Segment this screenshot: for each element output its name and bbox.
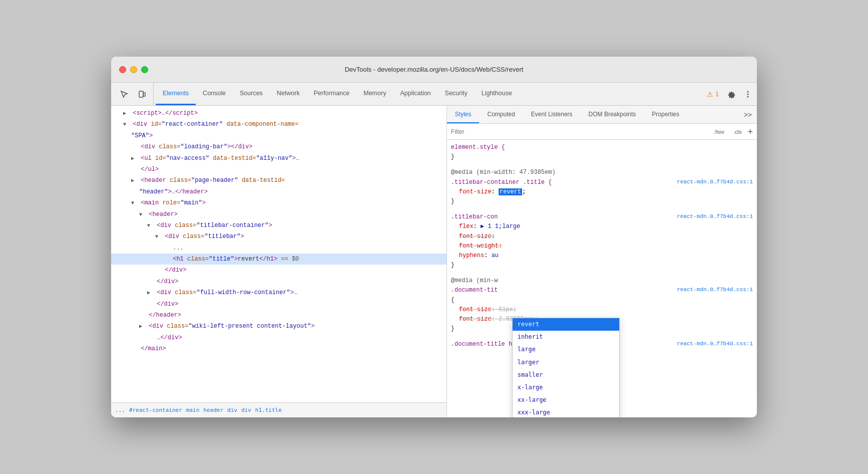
styles-tab-dom-breakpoints[interactable]: DOM Breakpoints — [581, 106, 644, 123]
svg-rect-0 — [139, 91, 143, 97]
tab-lighthouse[interactable]: Lighthouse — [475, 83, 519, 105]
breadcrumb-item[interactable]: header — [203, 407, 223, 413]
style-prop-row: font-size: — [451, 232, 753, 242]
tab-application[interactable]: Application — [393, 83, 438, 105]
autocomplete-item-x-large[interactable]: x-large — [513, 381, 619, 394]
autocomplete-dropdown: revert inherit large larger smaller x-la… — [512, 318, 620, 417]
triangle-icon: ▼ — [123, 120, 129, 129]
dom-line[interactable]: ▶ </ul> — [111, 164, 447, 175]
dom-panel: ▶ <script>…</script> ▼ <div id="react-co… — [111, 106, 447, 417]
breadcrumb-bar: ... #react-container main header div div… — [111, 402, 447, 417]
hov-button[interactable]: :hov — [711, 127, 727, 136]
autocomplete-item-smaller[interactable]: smaller — [513, 369, 619, 381]
tab-network[interactable]: Network — [270, 83, 307, 105]
window-title: DevTools - developer.mozilla.org/en-US/d… — [345, 66, 524, 73]
dom-line[interactable]: ▶ <div class="wiki-left-present content-… — [111, 321, 447, 332]
style-source-link[interactable]: react-mdn.0…f7b4d.css:1 — [677, 340, 753, 349]
autocomplete-item-revert[interactable]: revert — [513, 318, 619, 331]
dom-line[interactable]: ▶ <div class="loading-bar"></div> — [111, 141, 447, 152]
dom-line[interactable]: ... — [111, 243, 447, 254]
dom-line[interactable]: ▶ <header class="page-header" data-testi… — [111, 175, 447, 186]
warning-icon: ⚠ — [707, 90, 713, 98]
breadcrumb-ellipsis: ... — [115, 407, 125, 413]
style-source-link[interactable]: react-mdn.0…f7b4d.css:1 — [677, 212, 753, 221]
tab-console[interactable]: Console — [196, 83, 233, 105]
styles-tab-computed[interactable]: Computed — [479, 106, 523, 123]
breadcrumb-item[interactable]: div — [241, 407, 251, 413]
styles-tab-styles[interactable]: Styles — [447, 106, 480, 123]
style-prop-row: hyphens: au — [451, 251, 753, 261]
dom-line[interactable]: ▶ <div class="full-width-row-container">… — [111, 287, 447, 298]
close-button[interactable] — [119, 66, 126, 73]
tab-performance[interactable]: Performance — [307, 83, 357, 105]
dom-line[interactable]: </div> — [111, 265, 447, 276]
filter-bar: :hov .cls + — [447, 124, 757, 140]
dom-line-selected[interactable]: <h1 class="title">revert</h1> == $0 — [111, 254, 447, 265]
dom-line[interactable]: "SPA"> — [111, 130, 447, 141]
dom-line[interactable]: ▼ <div class="titlebar-container"> — [111, 220, 447, 231]
font-size-value[interactable]: revert — [499, 188, 522, 195]
style-prop-row: flex: ▶ 1 1;large — [451, 222, 753, 231]
add-style-button[interactable]: + — [747, 127, 753, 136]
filter-actions: :hov .cls + — [711, 127, 753, 136]
cls-button[interactable]: .cls — [730, 127, 745, 136]
more-options-icon[interactable] — [741, 87, 755, 101]
styles-panel: Styles Computed Event Listeners DOM Brea… — [447, 106, 757, 417]
tab-elements[interactable]: Elements — [156, 83, 196, 105]
dom-line[interactable]: ▼ <div id="react-container" data-compone… — [111, 119, 447, 130]
dom-line[interactable]: ▼ <main role="main"> — [111, 197, 447, 208]
styles-tab-more[interactable]: >> — [739, 106, 757, 123]
svg-point-3 — [747, 93, 749, 95]
autocomplete-item-xx-large[interactable]: xx-large — [513, 394, 619, 406]
autocomplete-item-xxx-large[interactable]: xxx-large — [513, 406, 619, 417]
dom-tree[interactable]: ▶ <script>…</script> ▼ <div id="react-co… — [111, 106, 447, 402]
tab-memory[interactable]: Memory — [356, 83, 393, 105]
style-rule-element: element.style { } — [447, 142, 757, 163]
styles-tab-properties[interactable]: Properties — [644, 106, 687, 123]
filter-input[interactable] — [451, 128, 711, 135]
warning-badge: ⚠ 1 — [703, 90, 723, 98]
inspect-icon[interactable] — [117, 87, 131, 101]
settings-icon[interactable] — [725, 87, 739, 101]
dom-line[interactable]: </main> — [111, 343, 447, 354]
minimize-button[interactable] — [130, 66, 137, 73]
devtools-window: DevTools - developer.mozilla.org/en-US/d… — [111, 57, 757, 417]
style-prop-row: font-size: 51px; — [451, 305, 753, 315]
tab-sources[interactable]: Sources — [233, 83, 270, 105]
main-content: ▶ <script>…</script> ▼ <div id="react-co… — [111, 106, 757, 417]
style-source-link[interactable]: react-mdn.0…f7b4d.css:1 — [677, 286, 753, 295]
triangle-icon: ▶ — [131, 154, 137, 163]
autocomplete-item-large[interactable]: large — [513, 343, 619, 356]
dom-line[interactable]: ▼ <header> — [111, 209, 447, 220]
autocomplete-item-larger[interactable]: larger — [513, 356, 619, 369]
dom-line[interactable]: </header> — [111, 310, 447, 321]
triangle-icon: ▶ — [139, 322, 145, 331]
warning-count: 1 — [715, 91, 719, 98]
svg-point-2 — [747, 91, 749, 92]
tab-security[interactable]: Security — [438, 83, 475, 105]
style-prop-row: font-size: revert; — [451, 187, 753, 197]
dom-line[interactable]: ▶ <ul id="nav-access" data-testid="a11y-… — [111, 153, 447, 164]
dom-line[interactable]: ▼ <div class="titlebar"> — [111, 231, 447, 242]
breadcrumb-item[interactable]: main — [186, 407, 200, 413]
styles-content[interactable]: element.style { } @media (min-width: 47.… — [447, 140, 757, 417]
breadcrumb-item[interactable]: div — [227, 407, 237, 413]
svg-rect-1 — [143, 93, 145, 96]
triangle-icon: ▼ — [147, 221, 153, 230]
dom-line[interactable]: …</div> — [111, 332, 447, 343]
window-titlebar: DevTools - developer.mozilla.org/en-US/d… — [111, 57, 757, 83]
toolbar-icons — [113, 83, 154, 105]
breadcrumb-item[interactable]: #react-container — [129, 407, 182, 413]
styles-tab-event-listeners[interactable]: Event Listeners — [523, 106, 581, 123]
maximize-button[interactable] — [141, 66, 148, 73]
svg-point-4 — [747, 96, 749, 97]
main-tabbar: Elements Console Sources Network Perform… — [111, 83, 757, 106]
dom-line[interactable]: ▶ <script>…</script> — [111, 108, 447, 119]
autocomplete-item-inherit[interactable]: inherit — [513, 331, 619, 343]
breadcrumb-item[interactable]: h1.title — [255, 407, 282, 413]
device-icon[interactable] — [135, 87, 149, 101]
dom-line[interactable]: </div> — [111, 299, 447, 310]
dom-line[interactable]: "header">…</header> — [111, 186, 447, 197]
dom-line[interactable]: </div> — [111, 276, 447, 287]
style-source-link[interactable]: react-mdn.0…f7b4d.css:1 — [677, 178, 753, 187]
